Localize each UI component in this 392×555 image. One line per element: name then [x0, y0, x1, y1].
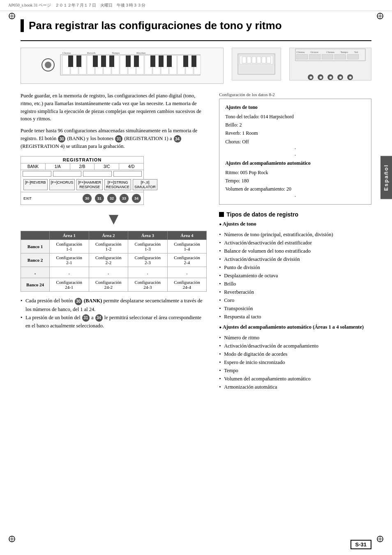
reg-btn-simulator: [F-,II]SIMULATOR [133, 179, 157, 191]
svg-text:Chorus: Chorus [297, 51, 305, 53]
reg-btn-hammer: [F+]HAMMERRESPONSE [76, 179, 103, 191]
acomp-bullets: Número de ritmo Activación/desactivación… [219, 334, 371, 391]
reg-tab-1a: 1/A [46, 164, 70, 170]
svg-text:Octave: Octave [311, 51, 318, 53]
acomp-bullet-3: Modo de digitación de acordes [219, 350, 371, 358]
button-dots-row: ◉ ◉ ◉ ◉ ◉ [308, 74, 353, 80]
tono-bullet-7: Brillo [219, 280, 371, 288]
corner-mark-br [376, 535, 384, 543]
file-info: AP650_s.book 31 ページ ２０１２年７月１７日 火曜日 午後３時３… [8, 2, 145, 8]
reg-input-1 [23, 171, 51, 177]
reg-btn-reverb: [F-]REVERB [23, 179, 48, 191]
config-tone-item-4: Chorus: Off [225, 138, 365, 146]
keyboard-area: Chorus Reverb Tempo Rhythm [21, 48, 371, 84]
tipos-heading: Tipos de datos de registro [219, 211, 371, 218]
svg-rect-34 [93, 55, 98, 67]
right-column: Configuración de los datos 8-2 Ajustes d… [219, 92, 371, 394]
left-column: Puede guardar, en la memoria de registro… [21, 92, 207, 394]
svg-rect-33 [76, 55, 81, 67]
svg-rect-43 [191, 55, 196, 67]
banco2-label: Banco 2 [21, 253, 50, 267]
ajustes-tono-heading: Ajustes de tono [219, 221, 371, 227]
keyboard-diagram-right: Chorus Octave Chorus Tempo Vol ◉ ◉ ◉ [289, 48, 371, 81]
sidebar-label: Español [380, 156, 392, 199]
area-header-1: Área 1 [50, 231, 89, 240]
reg-tab-4d: 4/D [119, 164, 143, 170]
config-tone-title: Ajustes de tono [225, 103, 365, 111]
circle-31b: 31 [82, 314, 90, 322]
banco1-area1: Configuración1-1 [50, 240, 89, 253]
banco1-area2: Configuración1-2 [89, 240, 128, 253]
button-dot-2: ◉ [318, 74, 323, 80]
reg-tab-2b: 2/B [70, 164, 95, 170]
reg-tab-3c: 3/C [95, 164, 119, 170]
acomp-bullet-1: Número de ritmo [219, 334, 371, 342]
svg-rect-51 [247, 57, 251, 63]
reg-input-4 [113, 171, 142, 177]
header-bar: AP650_s.book 31 ページ ２０１２年７月１７日 火曜日 午後３時３… [0, 0, 392, 11]
reg-btn-string: [F+]STRINGRESONANCE [104, 179, 131, 191]
tono-bullet-8: Reverberación [219, 288, 371, 296]
tono-bullet-2: Activación/desactivación del estratifica… [219, 239, 371, 247]
table-row-banco1: Banco 1 Configuración1-1 Configuración1-… [21, 240, 207, 253]
config-dots1: · [225, 146, 365, 152]
corner-mark-tl [8, 12, 16, 20]
config-tone-item-2: Brillo: 2 [225, 121, 365, 129]
config-tone-item-3: Reverb: 1 Room [225, 129, 365, 137]
reg-title: REGISTRATION [21, 157, 143, 164]
table-row-banco24: Banco 24 Configuración24-1 Configuración… [21, 278, 207, 292]
reg-circle-31: 31 [95, 194, 104, 203]
button-dot-4: ◉ [337, 74, 343, 80]
acomp-bullet-5: Tempo [219, 366, 371, 375]
tono-bullet-1: Números de tono (principal, estratificac… [219, 230, 371, 239]
circle-30: 30 [58, 135, 65, 143]
acomp-bullet-6: Volumen del acompañamiento automático [219, 375, 371, 383]
reg-bank-label: BANK [21, 164, 46, 170]
svg-rect-38 [134, 55, 139, 67]
reg-input-3 [83, 171, 112, 177]
area-header-2: Área 2 [89, 231, 128, 240]
config-dots3: · [225, 193, 365, 200]
paragraph2: Puede tener hasta 96 configuraciones alm… [21, 127, 207, 150]
svg-text:Chorus: Chorus [62, 51, 71, 55]
reg-circle-30: 30 [83, 194, 92, 203]
svg-rect-50 [242, 57, 246, 63]
config-accomp-item-2: Tempo: 180 [225, 177, 365, 185]
svg-rect-39 [150, 55, 155, 67]
tono-bullet-9: Coro [219, 296, 371, 304]
reg-circle-34: 34 [132, 194, 141, 203]
circle-31: 31 [115, 135, 122, 143]
svg-rect-32 [68, 55, 73, 67]
svg-point-13 [45, 62, 51, 68]
paragraph1: Puede guardar, en la memoria de registro… [21, 92, 207, 123]
banco24-area2: Configuración24-2 [89, 278, 128, 292]
svg-rect-66 [348, 55, 359, 60]
banco24-area3: Configuración24-3 [128, 278, 168, 292]
reg-buttons: [F-]REVERB [F+]CHORUS [F+]HAMMERRESPONSE… [21, 177, 143, 193]
corner-mark-bl [8, 535, 16, 543]
reg-bottom: EXIT 30 31 32 33 34 [21, 192, 143, 205]
banco1-area4: Configuración1-4 [167, 240, 207, 253]
svg-rect-65 [335, 55, 346, 60]
two-column-layout: Puede guardar, en la memoria de registro… [21, 92, 371, 394]
bullet-area: La presión de un botón del 31 a 34 le pe… [21, 313, 207, 330]
page-number-box: S-31 [350, 540, 371, 549]
svg-rect-35 [101, 55, 106, 67]
acomp-bullet-7: Armonización automática [219, 383, 371, 391]
svg-rect-64 [322, 55, 333, 60]
corner-mark-tr [376, 12, 384, 20]
tipos-square-icon [219, 212, 224, 217]
svg-text:Chorus: Chorus [326, 51, 334, 53]
button-dot-1: ◉ [308, 74, 314, 80]
title-divider [21, 40, 371, 41]
reg-circle-33: 33 [120, 194, 129, 203]
svg-text:Rhythm: Rhythm [136, 51, 146, 55]
config-label: Configuración de los datos 8-2 [219, 92, 371, 97]
svg-text:Vol: Vol [354, 51, 358, 53]
banco24-area1: Configuración24-1 [50, 278, 89, 292]
banco24-label: Banco 24 [21, 278, 50, 292]
tono-bullet-3: Balance de volumen del tono estratificad… [219, 247, 371, 255]
svg-rect-53 [257, 57, 261, 63]
tono-bullet-5: Punto de división [219, 263, 371, 272]
page-title: Para registrar las configuraciones de to… [29, 19, 371, 32]
